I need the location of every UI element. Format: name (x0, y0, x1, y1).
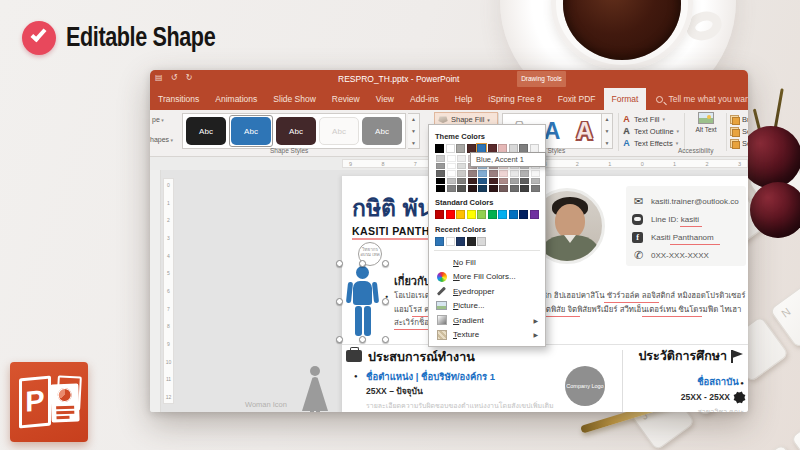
standard-color-swatch[interactable] (456, 210, 465, 219)
menu-item-gradient[interactable]: Gradient▶ (434, 313, 540, 328)
tab-foxit-pdf[interactable]: Foxit PDF (550, 88, 604, 110)
theme-variant-swatch[interactable] (531, 185, 540, 192)
theme-color-swatch[interactable] (435, 144, 444, 153)
shape-style-thumb-1[interactable]: Abc (186, 117, 226, 145)
button-selection[interactable]: Selection (730, 137, 748, 149)
button-text-effects[interactable]: AText Effects (622, 137, 679, 149)
woman-icon[interactable] (302, 366, 328, 412)
theme-variant-swatch[interactable] (489, 178, 498, 185)
work-item-title[interactable]: ชื่อตำแหน่ง | ชื่อบริษัท/องค์กร 1 (366, 369, 495, 384)
theme-variant-swatch[interactable] (436, 178, 445, 185)
theme-variant-swatch[interactable] (447, 163, 456, 170)
shape-style-thumb-4[interactable]: Abc (319, 117, 359, 145)
gallery-expand-icon[interactable]: ▼ (605, 140, 610, 146)
standard-color-swatch[interactable] (519, 210, 528, 219)
standard-color-swatch[interactable] (477, 210, 486, 219)
menu-item-texture[interactable]: Texture▶ (434, 327, 540, 342)
wordart-scroll-buttons[interactable]: ▲▼▼ (602, 113, 613, 149)
scroll-up-icon[interactable]: ▲ (605, 116, 610, 122)
education-section[interactable]: ประวัติการศึกษา ชื่อสถาบัน 25XX - 25XX ส… (624, 346, 744, 412)
theme-variant-swatch[interactable] (468, 178, 477, 185)
theme-variant-swatch[interactable] (447, 185, 456, 192)
theme-variant-swatch[interactable] (510, 185, 519, 192)
theme-variant-swatch[interactable] (520, 178, 529, 185)
recent-color-swatch[interactable] (446, 237, 455, 246)
button-bring-forw[interactable]: Bring Forw (730, 113, 748, 125)
recent-color-swatch[interactable] (456, 237, 465, 246)
theme-variant-swatch[interactable] (489, 170, 498, 177)
standard-color-swatch[interactable] (530, 210, 539, 219)
quick-access-toolbar[interactable]: ▤ ↺ ↻ (155, 73, 195, 82)
insert-shapes-partial-label[interactable]: hapes (150, 136, 173, 143)
company-logo-placeholder[interactable]: Company Logo (565, 366, 605, 406)
tell-me-search[interactable]: Tell me what you want to do (646, 88, 748, 110)
standard-color-swatch[interactable] (498, 210, 507, 219)
tab-add-ins[interactable]: Add-ins (402, 88, 447, 110)
recent-color-swatch[interactable] (467, 237, 476, 246)
theme-variant-swatch[interactable] (520, 170, 529, 177)
scroll-up-icon[interactable]: ▲ (411, 116, 416, 122)
theme-color-swatch[interactable] (446, 144, 455, 153)
selection-handle[interactable] (382, 336, 389, 343)
selection-handle[interactable] (336, 260, 343, 267)
recent-color-swatch[interactable] (435, 237, 444, 246)
theme-variant-swatch[interactable] (510, 170, 519, 177)
thumbnail-pane-edge[interactable] (150, 170, 161, 412)
shape-style-thumb-3[interactable]: Abc (276, 117, 316, 145)
tab-animations[interactable]: Animations (207, 88, 265, 110)
standard-color-swatch[interactable] (446, 210, 455, 219)
tab-format-active[interactable]: Format (604, 88, 647, 110)
theme-variant-swatch[interactable] (499, 178, 508, 185)
theme-variant-swatch[interactable] (478, 185, 487, 192)
selection-handle[interactable] (359, 260, 366, 267)
wordart-style-3[interactable]: A (576, 118, 593, 145)
theme-variant-swatch[interactable] (489, 185, 498, 192)
gallery-scroll-buttons[interactable]: ▲▼▼ (408, 113, 420, 149)
work-experience-heading[interactable]: ประสบการณ์ทำงาน (368, 347, 475, 367)
selected-man-shape[interactable] (340, 264, 386, 340)
tab-help[interactable]: Help (447, 88, 480, 110)
button-text-outline[interactable]: AText Outline (622, 125, 679, 137)
standard-color-swatch[interactable] (467, 210, 476, 219)
theme-variant-swatch[interactable] (457, 155, 466, 162)
tab-slide-show[interactable]: Slide Show (265, 88, 324, 110)
standard-color-swatch[interactable] (435, 210, 444, 219)
theme-variant-swatch[interactable] (457, 185, 466, 192)
work-item-period[interactable]: 25XX – ปัจจุบัน (366, 384, 423, 398)
selection-handle[interactable] (382, 260, 389, 267)
theme-color-swatch[interactable] (456, 144, 465, 153)
theme-variant-swatch[interactable] (499, 170, 508, 177)
theme-variant-swatch[interactable] (531, 170, 540, 177)
theme-variant-swatch[interactable] (457, 170, 466, 177)
theme-variant-swatch[interactable] (520, 185, 529, 192)
theme-variant-swatch[interactable] (436, 185, 445, 192)
education-item-title[interactable]: ชื่อสถาบัน (624, 374, 744, 389)
tab-review[interactable]: Review (324, 88, 368, 110)
contact-row-email[interactable]: ✉kasiti.trainer@outlook.co (632, 192, 746, 210)
scroll-down-icon[interactable]: ▼ (411, 128, 416, 134)
wordart-style-2[interactable]: A (544, 118, 561, 145)
tab-view[interactable]: View (368, 88, 402, 110)
gallery-expand-icon[interactable]: ▼ (411, 140, 416, 146)
education-item-description[interactable]: สาขาวิชา คณะ (624, 406, 744, 412)
shape-style-thumb-selected[interactable]: Abc (229, 115, 273, 147)
contact-row-phone[interactable]: ✆0XX-XXX-XXXX (632, 246, 746, 264)
scroll-down-icon[interactable]: ▼ (605, 128, 610, 134)
button-text-fill[interactable]: AText Fill (622, 113, 679, 125)
theme-variant-swatch[interactable] (531, 178, 540, 185)
theme-variant-swatch[interactable] (478, 170, 487, 177)
tab-transitions[interactable]: Transitions (150, 88, 207, 110)
theme-variant-swatch[interactable] (478, 178, 487, 185)
tab-ispring-free-8[interactable]: iSpring Free 8 (480, 88, 549, 110)
selection-handle[interactable] (336, 298, 343, 305)
theme-variant-swatch[interactable] (457, 163, 466, 170)
shape-style-thumb-5[interactable]: Abc (362, 117, 402, 145)
edit-shape-partial-label[interactable]: pe (152, 116, 164, 123)
selection-handle[interactable] (359, 336, 366, 343)
recent-color-swatch[interactable] (477, 237, 486, 246)
man-icon[interactable] (346, 266, 380, 338)
alt-text-button[interactable]: Alt Text (690, 112, 722, 150)
drawing-tools-tab[interactable]: Drawing Tools (517, 71, 566, 87)
theme-variant-swatch[interactable] (436, 163, 445, 170)
theme-variant-swatch[interactable] (447, 178, 456, 185)
